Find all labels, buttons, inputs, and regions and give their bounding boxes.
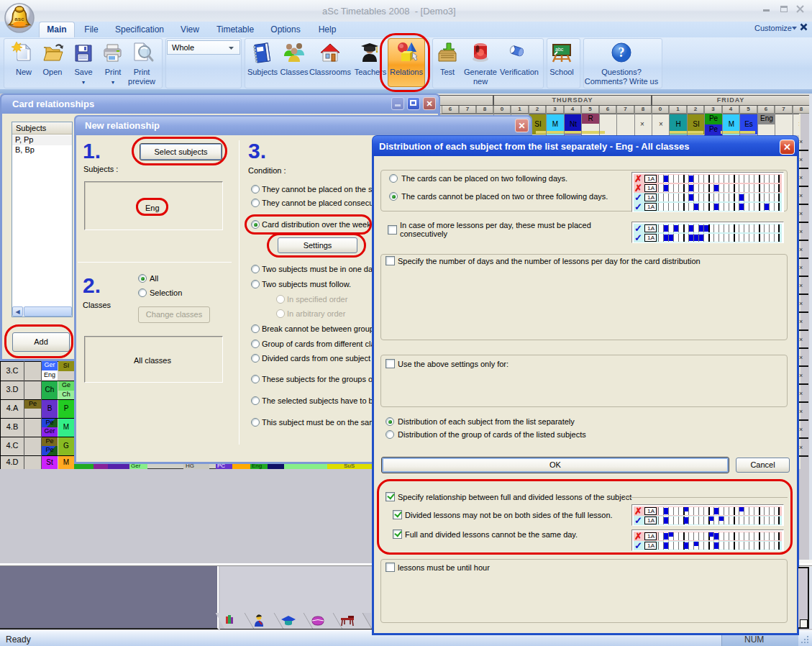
svg-text:asc: asc bbox=[14, 16, 24, 22]
svg-text:abc: abc bbox=[555, 47, 564, 52]
svg-text:?: ? bbox=[619, 45, 625, 60]
